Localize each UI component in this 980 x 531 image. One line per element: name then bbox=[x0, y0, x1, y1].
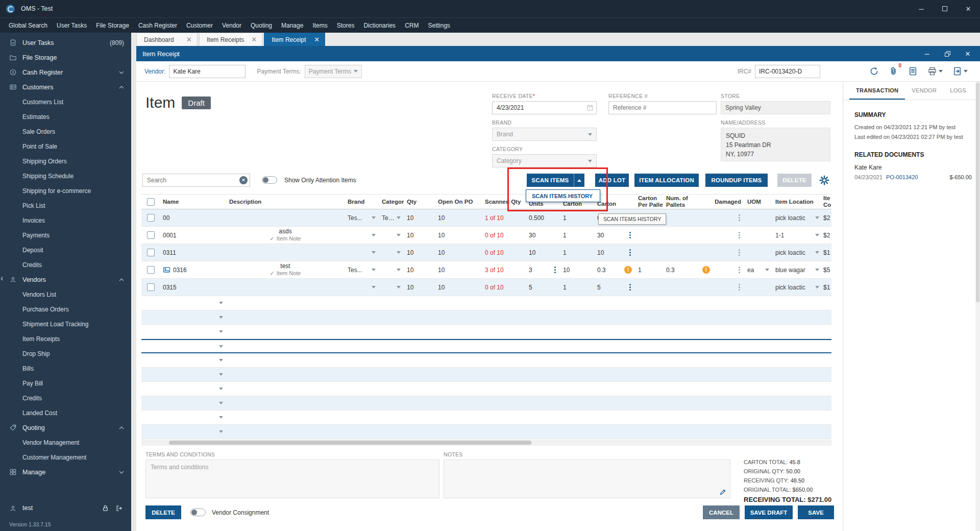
row-checkbox[interactable] bbox=[147, 283, 155, 291]
scan-items-history-menu-item[interactable]: SCAN ITEMS HISTORY bbox=[526, 189, 600, 202]
edit-pencil-icon[interactable] bbox=[719, 488, 727, 496]
menu-quoting[interactable]: Quoting bbox=[246, 18, 277, 33]
row-checkbox[interactable] bbox=[147, 266, 155, 274]
category-cell-select[interactable] bbox=[382, 286, 401, 288]
brand-cell-select[interactable]: Tes... bbox=[348, 214, 376, 222]
close-icon[interactable]: ✕ bbox=[314, 36, 320, 43]
chevron-down-icon[interactable] bbox=[219, 416, 223, 419]
refresh-icon[interactable] bbox=[869, 66, 879, 76]
vendor-input[interactable] bbox=[169, 65, 246, 78]
scan-items-button[interactable]: SCAN ITEMS bbox=[527, 174, 584, 187]
damaged-menu-icon[interactable] bbox=[738, 248, 741, 257]
sidebar-item-drop-ship[interactable]: Drop Ship bbox=[0, 346, 131, 361]
sidebar-item-shipment-load-tracking[interactable]: Shipment Load Tracking bbox=[0, 317, 131, 331]
sidebar-item-vendor-management[interactable]: Vendor Management bbox=[0, 435, 131, 450]
receive-date-input[interactable] bbox=[492, 101, 597, 114]
minimize-button[interactable]: ─ bbox=[917, 46, 937, 61]
sidebar-item-bills[interactable]: Bills bbox=[0, 361, 131, 376]
row-menu-icon[interactable] bbox=[628, 248, 632, 257]
scrollbar-thumb[interactable] bbox=[169, 441, 531, 445]
row-checkbox[interactable] bbox=[147, 249, 155, 256]
sidebar-collapse-arrow[interactable]: ‹ bbox=[1, 275, 3, 282]
table-row-empty[interactable] bbox=[141, 411, 831, 425]
gear-icon[interactable] bbox=[819, 175, 829, 185]
search-input[interactable] bbox=[142, 174, 250, 187]
table-row-empty[interactable] bbox=[141, 353, 831, 368]
menu-user-tasks[interactable]: User Tasks bbox=[52, 18, 91, 33]
tab-dashboard[interactable]: Dashboard ✕ bbox=[136, 33, 198, 46]
sidebar-item-shipping-schedule[interactable]: Shipping Schedule bbox=[0, 168, 131, 183]
sidebar-item-shipping-ecommerce[interactable]: Shipping for e-commerce bbox=[0, 183, 131, 198]
menu-cash-register[interactable]: Cash Register bbox=[134, 18, 182, 33]
brand-select[interactable]: Brand bbox=[492, 128, 597, 141]
delete-button[interactable]: DELETE bbox=[145, 505, 181, 519]
item-image-icon[interactable] bbox=[163, 267, 170, 273]
item-location-select[interactable]: 1-1 bbox=[775, 232, 819, 239]
sidebar-item-pay-bill[interactable]: Pay Bill bbox=[0, 376, 131, 391]
sidebar-item-deposit[interactable]: Deposit bbox=[0, 243, 131, 257]
sidebar-item-vendor-credits[interactable]: Credits bbox=[0, 391, 131, 405]
terms-textarea[interactable]: Terms and conditions bbox=[145, 460, 439, 498]
sidebar-item-invoices[interactable]: Invoices bbox=[0, 213, 131, 228]
chevron-down-icon[interactable] bbox=[219, 373, 223, 376]
category-cell-select[interactable]: Testk bbox=[382, 214, 401, 222]
item-location-select[interactable]: pick loactic bbox=[775, 249, 819, 256]
irc-number-input[interactable] bbox=[755, 65, 820, 78]
chevron-down-icon[interactable] bbox=[219, 430, 223, 433]
sidebar-section-manage[interactable]: Manage bbox=[0, 465, 131, 479]
row-checkbox[interactable] bbox=[147, 214, 155, 222]
menu-stores[interactable]: Stores bbox=[332, 18, 359, 33]
sidebar-item-user-tasks[interactable]: User Tasks (809) bbox=[0, 35, 131, 50]
uom-select[interactable]: ea bbox=[747, 267, 769, 274]
damaged-menu-icon[interactable] bbox=[738, 283, 741, 292]
table-row-empty[interactable] bbox=[141, 325, 831, 339]
item-location-select[interactable]: pick loactic bbox=[775, 214, 819, 222]
menu-vendor[interactable]: Vendor bbox=[217, 18, 246, 33]
table-row-empty[interactable] bbox=[141, 396, 831, 411]
tab-transaction[interactable]: TRANSACTION bbox=[849, 82, 905, 100]
tab-logs[interactable]: LOGS bbox=[943, 82, 973, 100]
print-icon[interactable] bbox=[927, 66, 943, 76]
table-row-empty[interactable] bbox=[141, 368, 831, 382]
table-row-empty[interactable] bbox=[141, 382, 831, 396]
brand-cell-select[interactable] bbox=[348, 234, 376, 236]
close-button[interactable]: ✕ bbox=[957, 0, 980, 17]
menu-file-storage[interactable]: File Storage bbox=[91, 18, 134, 33]
notes-textarea[interactable] bbox=[444, 460, 730, 498]
chevron-down-icon[interactable] bbox=[219, 402, 223, 404]
table-row[interactable]: 0311 10 10 0 of 10 10 1 10 bbox=[141, 244, 831, 261]
brand-cell-select[interactable] bbox=[348, 286, 376, 288]
vendor-consignment-toggle[interactable] bbox=[190, 509, 206, 516]
sidebar-item-payments[interactable]: Payments bbox=[0, 228, 131, 243]
tab-vendor[interactable]: VENDOR bbox=[905, 82, 943, 100]
item-allocation-button[interactable]: ITEM ALLOCATION bbox=[634, 174, 699, 187]
menu-dictionaries[interactable]: Dictionaries bbox=[359, 18, 400, 33]
calendar-icon[interactable] bbox=[586, 104, 594, 111]
clear-search-icon[interactable]: ✕ bbox=[239, 176, 248, 184]
close-icon[interactable]: ✕ bbox=[186, 36, 192, 43]
menu-global-search[interactable]: Global Search bbox=[4, 18, 52, 33]
menu-crm[interactable]: CRM bbox=[400, 18, 423, 33]
item-location-select[interactable]: pick loactic bbox=[775, 284, 819, 291]
sidebar-item-purchase-orders[interactable]: Purchase Orders bbox=[0, 302, 131, 317]
table-row[interactable]: 00 Tes... Testk 10 10 1 of 10 0.500 1 0.… bbox=[141, 209, 831, 227]
export-icon[interactable] bbox=[952, 66, 968, 76]
menu-items[interactable]: Items bbox=[308, 18, 332, 33]
attachment-icon[interactable]: 0 bbox=[889, 66, 898, 76]
lock-icon[interactable] bbox=[102, 504, 109, 512]
minimize-button[interactable]: ─ bbox=[910, 0, 933, 17]
restore-button[interactable] bbox=[937, 46, 958, 61]
notes-doc-icon[interactable] bbox=[908, 66, 918, 76]
sidebar-item-file-storage[interactable]: File Storage bbox=[0, 50, 131, 65]
payment-terms-select[interactable]: Payment Terms bbox=[305, 65, 362, 78]
brand-cell-select[interactable]: Tes... bbox=[348, 267, 376, 274]
table-row[interactable]: 0315 10 10 0 of 10 5 1 5 bbox=[141, 279, 831, 296]
chevron-down-icon[interactable] bbox=[219, 316, 223, 319]
brand-cell-select[interactable] bbox=[348, 251, 376, 254]
add-lot-button[interactable]: ADD LOT bbox=[595, 174, 629, 187]
chevron-down-icon[interactable] bbox=[219, 388, 223, 390]
chevron-down-icon[interactable] bbox=[219, 302, 223, 304]
sidebar-item-customers-list[interactable]: Customers List bbox=[0, 94, 131, 109]
table-row-empty[interactable] bbox=[141, 425, 831, 439]
chevron-down-icon[interactable] bbox=[219, 330, 223, 333]
